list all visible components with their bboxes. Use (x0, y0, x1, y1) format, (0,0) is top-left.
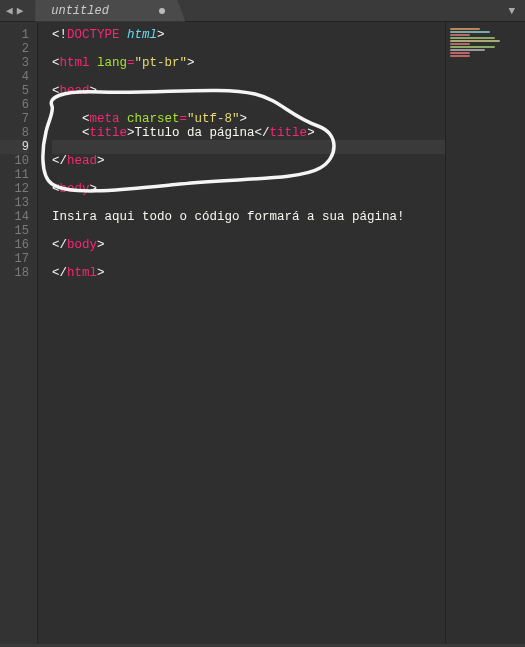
code-editor[interactable]: <!DOCTYPE html> <html lang="pt-br"> <hea… (38, 22, 445, 647)
editor-tab[interactable]: untitled (35, 0, 185, 22)
code-line: <head> (52, 84, 445, 98)
line-number: 4 (0, 70, 29, 84)
nav-forward-icon[interactable]: ▶ (17, 4, 24, 17)
line-number: 10 (0, 154, 29, 168)
code-line (52, 98, 445, 112)
line-number: 8 (0, 126, 29, 140)
line-number: 1 (0, 28, 29, 42)
line-number: 6 (0, 98, 29, 112)
line-number: 13 (0, 196, 29, 210)
code-line: <title>Título da página</title> (52, 126, 445, 140)
nav-back-icon[interactable]: ◀ (6, 4, 13, 17)
code-line: <!DOCTYPE html> (52, 28, 445, 42)
code-line (52, 140, 445, 154)
dirty-indicator-icon (159, 8, 165, 14)
code-line (52, 196, 445, 210)
nav-controls: ◀ ▶ untitled (0, 0, 185, 22)
line-number: 2 (0, 42, 29, 56)
code-line: Insira aqui todo o código formará a sua … (52, 210, 445, 224)
minimap[interactable] (445, 22, 525, 647)
line-number: 16 (0, 238, 29, 252)
code-line (52, 70, 445, 84)
code-line: </body> (52, 238, 445, 252)
line-number: 12 (0, 182, 29, 196)
line-number: 9 (0, 140, 29, 154)
editor-area: 1 2 3 4 5 6 7 8 9 10 11 12 13 14 15 16 1… (0, 22, 525, 647)
line-number: 3 (0, 56, 29, 70)
code-line: <meta charset="utf-8"> (52, 112, 445, 126)
line-number: 11 (0, 168, 29, 182)
code-line (52, 224, 445, 238)
title-bar: ◀ ▶ untitled ▼ (0, 0, 525, 22)
code-line (52, 42, 445, 56)
line-number: 17 (0, 252, 29, 266)
line-number: 18 (0, 266, 29, 280)
code-line: <html lang="pt-br"> (52, 56, 445, 70)
menu-dropdown-icon[interactable]: ▼ (508, 5, 525, 17)
code-line: </html> (52, 266, 445, 280)
code-line: </head> (52, 154, 445, 168)
line-number: 14 (0, 210, 29, 224)
line-number: 5 (0, 84, 29, 98)
tab-title: untitled (51, 4, 109, 18)
code-line (52, 252, 445, 266)
code-line (52, 168, 445, 182)
line-number: 7 (0, 112, 29, 126)
line-gutter: 1 2 3 4 5 6 7 8 9 10 11 12 13 14 15 16 1… (0, 22, 38, 647)
code-line: <body> (52, 182, 445, 196)
line-number: 15 (0, 224, 29, 238)
